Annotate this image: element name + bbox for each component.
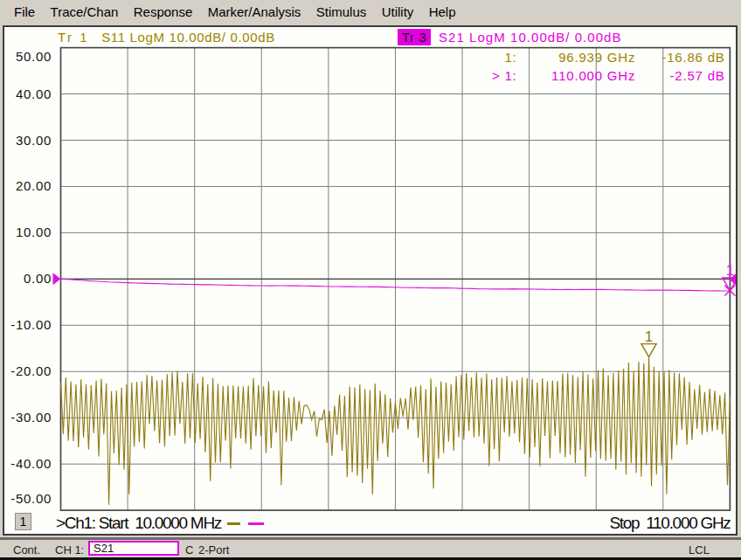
measurement-plot: 11 — [4, 27, 736, 532]
menu-response[interactable]: Response — [126, 2, 200, 23]
menu-trace-chan[interactable]: Trace/Chan — [43, 2, 126, 23]
channel-label: CH 1: — [55, 543, 84, 557]
marker-triangle-S11[interactable] — [641, 344, 656, 357]
status-bar: Cont. CH 1: S21 C 2-Port LCL — [0, 540, 741, 557]
menu-bar: File Trace/Chan Response Marker/Analysis… — [0, 0, 741, 24]
marker-number-S21[interactable]: 1 — [726, 262, 734, 279]
ref-level-indicator-left — [53, 273, 61, 285]
marker-number-S11[interactable]: 1 — [645, 328, 653, 345]
menu-utility[interactable]: Utility — [374, 2, 421, 23]
correction-status: C 2-Port — [185, 543, 229, 557]
menu-help[interactable]: Help — [421, 2, 463, 23]
menu-stimulus[interactable]: Stimulus — [308, 2, 374, 23]
remote-local-indicator: LCL — [683, 543, 715, 557]
active-measurement-box[interactable]: S21 — [88, 541, 179, 556]
sweep-mode-indicator: Cont. — [13, 543, 40, 557]
display-screen: 11 — [3, 25, 738, 536]
vna-application-window: {"menu_bar": {"items": [{"label": "File"… — [0, 0, 741, 560]
menu-marker-analysis[interactable]: Marker/Analysis — [200, 2, 308, 23]
menu-file[interactable]: File — [14, 2, 43, 23]
